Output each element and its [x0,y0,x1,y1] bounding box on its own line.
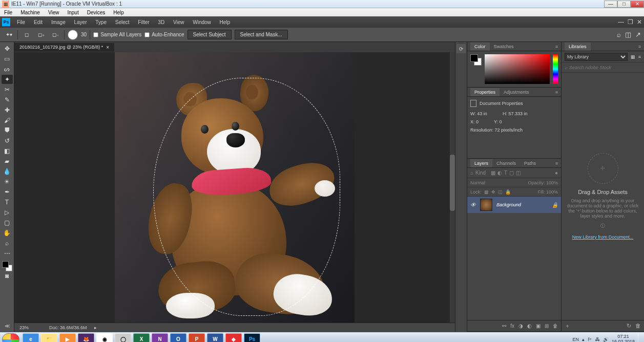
filter-pixel-icon[interactable]: ▦ [491,170,495,176]
panel-menu-icon[interactable]: ≡ [552,42,561,51]
tab-swatches[interactable]: Swatches [490,42,518,51]
maximize-button[interactable]: □ [617,1,631,8]
y-value[interactable]: 0 [500,119,502,124]
close-tab-icon[interactable]: × [106,45,109,50]
filter-type-icon[interactable]: T [504,170,507,176]
tab-properties[interactable]: Properties [470,88,500,96]
filter-shape-icon[interactable]: ▢ [509,170,514,176]
filter-adjust-icon[interactable]: ◐ [497,170,502,176]
vb-menu-machine[interactable]: Machine [16,10,44,15]
tray-network-icon[interactable]: 🖧 [595,337,600,342]
add-content-icon[interactable]: ＋ [565,322,570,330]
taskbar-firefox-icon[interactable]: 🦊 [78,333,94,343]
width-value[interactable]: 43 in [477,111,487,116]
opacity-value[interactable]: 100% [546,180,558,185]
height-value[interactable]: 57.333 in [508,111,527,116]
filter-search-icon[interactable]: ⌕ [470,170,473,176]
document-tab[interactable]: 20180216_101729.jpg @ 23% (RGB/8) * × [14,43,114,52]
taskbar-media-icon[interactable]: ▶ [59,333,76,343]
ps-menu-help[interactable]: Help [216,19,234,25]
filter-kind[interactable]: Kind [475,170,486,176]
pen-tool-icon[interactable]: ✒ [2,187,13,197]
filter-smart-icon[interactable]: ◫ [516,170,521,176]
taskbar-outlook-icon[interactable]: O [170,333,186,343]
add-selection-icon[interactable]: ◻₊ [35,30,47,40]
group-icon[interactable]: ▣ [536,323,541,329]
canvas[interactable] [14,52,455,323]
ps-menu-image[interactable]: Image [48,19,69,25]
sync-icon[interactable]: ↻ [627,323,631,329]
ps-menu-filter[interactable]: Filter [134,19,153,25]
history-brush-icon[interactable]: ↺ [2,136,13,145]
healing-tool-icon[interactable]: ✚ [2,105,13,115]
stamp-tool-icon[interactable]: ⛊ [2,126,13,135]
ps-menu-view[interactable]: View [170,19,188,25]
tray-clock[interactable]: 07:21 16.02.2018 [612,334,635,342]
delete-icon[interactable]: 🗑 [635,323,641,329]
taskbar-explorer-icon[interactable]: 📁 [41,333,57,343]
library-dropdown[interactable]: My Library [565,53,628,61]
zoom-tool-icon[interactable]: ⌕ [2,239,13,248]
edit-toolbar-icon[interactable]: ⋯ [2,249,13,258]
ps-menu-window[interactable]: Window [189,19,215,25]
search-icon[interactable]: ⌕ [617,31,621,38]
taskbar-app-icon[interactable]: ◯ [115,333,131,343]
color-fgbg-icon[interactable] [470,54,482,66]
lock-position-icon[interactable]: ✥ [491,189,495,195]
library-search[interactable]: Search Adobe Stock [569,65,611,70]
delete-layer-icon[interactable]: 🗑 [553,323,558,329]
lasso-tool-icon[interactable]: ᔕ [2,65,13,74]
x-value[interactable]: 0 [476,119,479,124]
ps-minimize-button[interactable]: — [616,18,626,26]
tab-layers[interactable]: Layers [470,159,492,167]
visibility-icon[interactable]: 👁 [470,202,476,208]
hue-slider[interactable] [553,54,558,84]
taskbar-word-icon[interactable]: W [207,333,223,343]
lock-icon[interactable]: 🔒 [552,202,558,208]
brush-tool-icon[interactable]: 🖌 [2,116,13,125]
taskbar-powerpoint-icon[interactable]: P [189,333,205,343]
brush-preview-icon[interactable] [68,30,78,40]
layer-thumbnail[interactable] [480,199,492,211]
sample-all-layers-checkbox[interactable]: Sample All Layers [93,32,141,37]
blur-tool-icon[interactable]: 💧 [2,167,13,176]
grid-view-icon[interactable]: ▦ [631,54,635,59]
panel-menu-icon[interactable]: ≡ [552,159,561,167]
hand-tool-icon[interactable]: ✋ [2,228,13,238]
color-field[interactable] [485,54,550,84]
vb-menu-help[interactable]: Help [109,10,128,15]
doc-size[interactable]: Doc: 36.6M/36.6M [45,325,91,330]
lock-artboard-icon[interactable]: ◫ [498,189,503,195]
filter-toggle-icon[interactable]: ● [555,170,558,176]
tab-color[interactable]: Color [470,42,490,51]
taskbar-photoshop-icon[interactable]: Ps [244,333,260,343]
new-layer-icon[interactable]: ⊞ [545,323,549,329]
eyedropper-tool-icon[interactable]: ✎ [2,95,13,104]
taskbar-cc-icon[interactable]: ◆ [225,333,242,343]
taskbar-chrome-icon[interactable]: ◉ [96,333,113,343]
path-select-tool-icon[interactable]: ▷ [2,208,13,217]
history-panel-icon[interactable]: ⟳ [456,44,466,53]
tray-lang[interactable]: EN [572,337,579,342]
select-subject-button[interactable]: Select Subject [188,30,232,39]
crop-tool-icon[interactable]: ✂ [2,85,13,94]
ps-restore-button[interactable]: ❐ [626,18,635,26]
minimize-button[interactable]: — [604,1,617,8]
fg-bg-color[interactable] [2,261,12,271]
subtract-selection-icon[interactable]: ◻₋ [50,30,61,40]
ps-menu-layer[interactable]: Layer [71,19,91,25]
taskbar-ie-icon[interactable]: e [23,333,39,343]
panel-menu-icon[interactable]: ≡ [635,42,644,51]
new-library-link[interactable]: New Library from Document... [572,234,634,240]
marquee-tool-icon[interactable]: ▭ [2,54,13,63]
vertical-scrollbar[interactable] [450,52,455,323]
ps-menu-file[interactable]: File [13,19,29,25]
tray-flag-icon[interactable]: 🏳 [588,337,592,342]
mask-icon[interactable]: ◑ [518,323,523,329]
ps-menu-type[interactable]: Type [92,19,110,25]
tab-channels[interactable]: Channels [492,159,520,167]
vb-menu-file[interactable]: File [0,10,16,15]
fx-icon[interactable]: fx [510,323,514,329]
blend-mode[interactable]: Normal [470,180,485,185]
tray-sound-icon[interactable]: 🔊 [603,337,609,342]
